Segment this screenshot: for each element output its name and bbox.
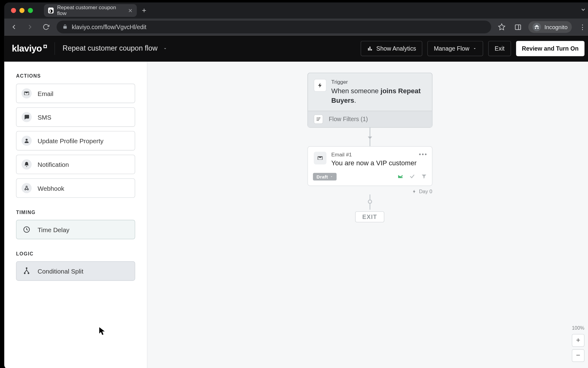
review-turn-on-button[interactable]: Review and Turn On <box>516 41 585 56</box>
webhook-icon <box>21 183 32 193</box>
reload-button[interactable] <box>40 21 51 33</box>
filter-icon <box>421 173 427 180</box>
brand-mark-icon <box>43 45 47 48</box>
maximize-window-icon[interactable] <box>28 8 33 13</box>
url-text: klaviyo.com/flow/VgvcHl/edit <box>72 24 146 30</box>
logic-conditional-split[interactable]: Conditional Split <box>16 261 135 281</box>
card-more-icon[interactable]: ••• <box>419 151 428 158</box>
timing-time-delay[interactable]: Time Delay <box>16 220 135 239</box>
kebab-menu-icon[interactable]: ⋮ <box>577 21 588 33</box>
svg-point-7 <box>25 189 26 190</box>
svg-point-12 <box>28 273 29 274</box>
split-icon <box>21 266 32 276</box>
svg-point-11 <box>24 273 25 274</box>
svg-point-19 <box>318 120 318 121</box>
panel-icon[interactable] <box>512 21 523 33</box>
person-icon <box>21 136 32 146</box>
logic-label: Conditional Split <box>38 267 83 274</box>
caret-down-icon <box>163 46 168 51</box>
timing-heading: TIMING <box>16 210 135 215</box>
tab-close-icon[interactable]: ✕ <box>128 7 133 14</box>
bell-icon <box>21 159 32 170</box>
minimize-window-icon[interactable] <box>19 8 24 13</box>
caret-down-icon <box>330 175 333 178</box>
smart-send-icon <box>397 173 403 180</box>
mouse-cursor-icon <box>99 327 105 336</box>
browser-titlebar: ◑ Repeat customer coupon flow ✕ + <box>4 2 588 18</box>
close-window-icon[interactable] <box>11 8 16 13</box>
caret-down-icon <box>473 46 477 51</box>
sidebar: ACTIONS Email SMS U <box>4 62 147 368</box>
action-notification[interactable]: Notification <box>16 155 135 174</box>
status-badge[interactable]: Draft <box>313 173 336 181</box>
svg-point-6 <box>26 139 28 140</box>
new-tab-button[interactable]: + <box>142 6 146 15</box>
email-step-label: Email #1 <box>331 152 417 158</box>
trigger-card[interactable]: Trigger When someone joins Repeat Buyers… <box>307 73 432 128</box>
svg-point-8 <box>27 189 28 190</box>
svg-rect-4 <box>370 47 371 51</box>
trigger-prefix: When someone <box>331 87 381 94</box>
exit-button[interactable]: Exit <box>488 41 511 56</box>
zoom-out-button[interactable]: − <box>572 349 584 362</box>
email-card[interactable]: Email #1 You are now a VIP customer ••• … <box>307 146 432 186</box>
show-analytics-button[interactable]: Show Analytics <box>361 41 423 56</box>
connector <box>369 194 370 200</box>
add-node-button[interactable] <box>368 200 372 204</box>
svg-rect-14 <box>316 118 319 118</box>
email-icon <box>21 88 32 98</box>
forward-button[interactable] <box>24 21 36 33</box>
flow-canvas[interactable]: Trigger When someone joins Repeat Buyers… <box>147 62 588 368</box>
trigger-suffix: . <box>354 97 356 104</box>
action-label: Notification <box>38 161 69 168</box>
connector <box>369 139 370 146</box>
brand-logo[interactable]: klaviyo <box>12 43 47 54</box>
email-subject: You are now a VIP customer <box>331 159 417 167</box>
back-button[interactable] <box>9 21 20 33</box>
flow-filters-row[interactable]: Flow Filters (1) <box>308 111 432 127</box>
tabs-overflow-icon[interactable] <box>580 7 588 14</box>
zoom-in-button[interactable]: + <box>572 334 584 347</box>
review-label: Review and Turn On <box>522 45 579 52</box>
flow-filters-label: Flow Filters (1) <box>329 116 368 123</box>
action-email[interactable]: Email <box>16 84 135 103</box>
manage-flow-button[interactable]: Manage Flow <box>428 41 483 56</box>
clock-icon <box>21 224 32 235</box>
exit-node[interactable]: EXIT <box>355 211 384 222</box>
app-area: klaviyo Repeat customer coupon flow Show… <box>4 36 588 368</box>
connector <box>369 128 370 137</box>
svg-rect-5 <box>371 49 372 51</box>
incognito-label: Incognito <box>545 24 568 30</box>
flow-title-dropdown[interactable]: Repeat customer coupon flow <box>62 44 168 53</box>
svg-rect-16 <box>316 120 318 121</box>
browser-tab[interactable]: ◑ Repeat customer coupon flow ✕ <box>44 4 137 17</box>
sms-icon <box>21 112 32 122</box>
trigger-description: When someone joins Repeat Buyers. <box>331 86 425 105</box>
exit-label: Exit <box>495 45 504 52</box>
zoom-controls: 100% + − <box>572 326 584 362</box>
svg-marker-0 <box>499 24 505 30</box>
connector <box>369 204 370 210</box>
window-controls <box>4 8 37 13</box>
zoom-percent: 100% <box>572 326 585 331</box>
action-label: SMS <box>38 113 51 121</box>
bolt-small-icon <box>412 190 417 194</box>
bookmark-icon[interactable] <box>496 21 507 33</box>
bolt-icon <box>314 79 326 92</box>
action-sms[interactable]: SMS <box>16 107 135 127</box>
incognito-chip[interactable]: Incognito <box>528 21 572 33</box>
action-webhook[interactable]: Webhook <box>16 178 135 198</box>
svg-point-17 <box>319 117 320 118</box>
divider <box>55 42 55 55</box>
svg-point-18 <box>318 119 319 120</box>
tab-title: Repeat customer coupon flow <box>57 5 123 17</box>
svg-rect-1 <box>515 25 521 29</box>
action-update-profile[interactable]: Update Profile Property <box>16 131 135 150</box>
checkmark-icon <box>409 173 415 180</box>
svg-point-13 <box>26 268 27 269</box>
browser-window: ◑ Repeat customer coupon flow ✕ + klaviy… <box>4 2 588 368</box>
manage-flow-label: Manage Flow <box>434 45 469 52</box>
day-marker: Day 0 <box>307 189 432 194</box>
app-header: klaviyo Repeat customer coupon flow Show… <box>4 36 588 62</box>
address-bar[interactable]: klaviyo.com/flow/VgvcHl/edit <box>57 21 491 33</box>
